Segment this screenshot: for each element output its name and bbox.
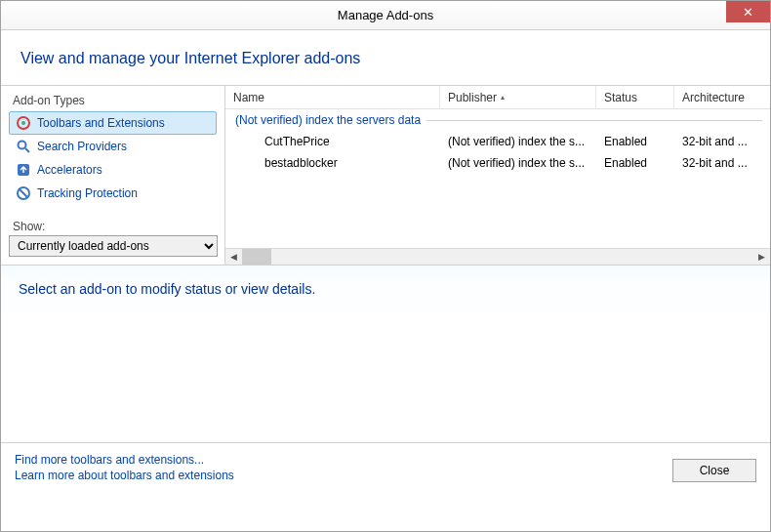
svg-point-2 (19, 142, 26, 149)
scroll-right-icon[interactable]: ▶ (753, 249, 770, 266)
window-close-button[interactable]: ✕ (726, 1, 770, 22)
tracking-protection-icon (16, 185, 31, 201)
sidebar-item-label: Tracking Protection (37, 186, 138, 200)
header-text: View and manage your Internet Explorer a… (20, 50, 360, 66)
scroll-thumb[interactable] (242, 249, 271, 265)
details-area: Select an add-on to modify status or vie… (1, 266, 770, 492)
find-more-link[interactable]: Find more toolbars and extensions... (15, 453, 234, 467)
sidebar: Add-on Types Toolbars and Extensions Sea… (1, 86, 225, 265)
details-panel: Select an add-on to modify status or vie… (1, 266, 770, 312)
search-icon (16, 139, 31, 154)
cell-name: bestadblocker (225, 156, 440, 170)
table-row[interactable]: bestadblocker (Not verified) index the s… (225, 152, 770, 174)
accelerators-icon (16, 162, 31, 178)
table-row[interactable]: CutThePrice (Not verified) index the s..… (225, 131, 770, 152)
svg-line-3 (25, 148, 29, 152)
table-header: Name Publisher▴ Status Architecture (225, 86, 770, 109)
close-button[interactable]: Close (672, 459, 756, 482)
sidebar-item-search-providers[interactable]: Search Providers (9, 135, 217, 158)
window-title: Manage Add-ons (1, 8, 770, 22)
page-header: View and manage your Internet Explorer a… (1, 30, 770, 86)
sidebar-item-tracking-protection[interactable]: Tracking Protection (9, 182, 217, 205)
group-divider (426, 120, 762, 121)
show-dropdown[interactable]: Currently loaded add-ons (9, 235, 218, 257)
sidebar-item-accelerators[interactable]: Accelerators (9, 158, 217, 182)
footer: Find more toolbars and extensions... Lea… (1, 442, 770, 492)
close-icon: ✕ (743, 5, 753, 20)
horizontal-scrollbar[interactable]: ◀ ▶ (225, 248, 770, 265)
sort-up-icon: ▴ (501, 93, 505, 102)
addon-list: Name Publisher▴ Status Architecture (Not… (225, 86, 770, 265)
sidebar-item-toolbars-extensions[interactable]: Toolbars and Extensions (9, 111, 217, 135)
learn-more-link[interactable]: Learn more about toolbars and extensions (15, 469, 234, 482)
column-header-name[interactable]: Name (225, 86, 440, 108)
column-header-architecture[interactable]: Architecture (674, 86, 770, 108)
sidebar-item-label: Search Providers (37, 140, 127, 153)
footer-links: Find more toolbars and extensions... Lea… (15, 453, 234, 482)
details-prompt: Select an add-on to modify status or vie… (19, 281, 315, 297)
column-header-status[interactable]: Status (596, 86, 674, 108)
sidebar-item-label: Accelerators (37, 163, 102, 177)
group-label: (Not verified) index the servers data (235, 113, 421, 127)
cell-arch: 32-bit and ... (674, 135, 770, 148)
titlebar: Manage Add-ons ✕ (1, 1, 770, 30)
main-panel: Add-on Types Toolbars and Extensions Sea… (1, 86, 770, 266)
group-header[interactable]: (Not verified) index the servers data (225, 109, 770, 131)
sidebar-item-label: Toolbars and Extensions (37, 116, 165, 130)
cell-status: Enabled (596, 156, 674, 170)
toolbars-icon (16, 115, 31, 131)
show-label: Show: (9, 216, 217, 235)
cell-arch: 32-bit and ... (674, 156, 770, 170)
cell-name: CutThePrice (225, 135, 440, 148)
addon-types-label: Add-on Types (9, 92, 217, 111)
column-header-publisher[interactable]: Publisher▴ (440, 86, 596, 108)
scroll-track[interactable] (242, 249, 753, 265)
svg-line-6 (20, 189, 27, 197)
cell-publisher: (Not verified) index the s... (440, 135, 596, 148)
cell-status: Enabled (596, 135, 674, 148)
scroll-left-icon[interactable]: ◀ (225, 249, 242, 266)
cell-publisher: (Not verified) index the s... (440, 156, 596, 170)
svg-point-1 (21, 121, 25, 125)
